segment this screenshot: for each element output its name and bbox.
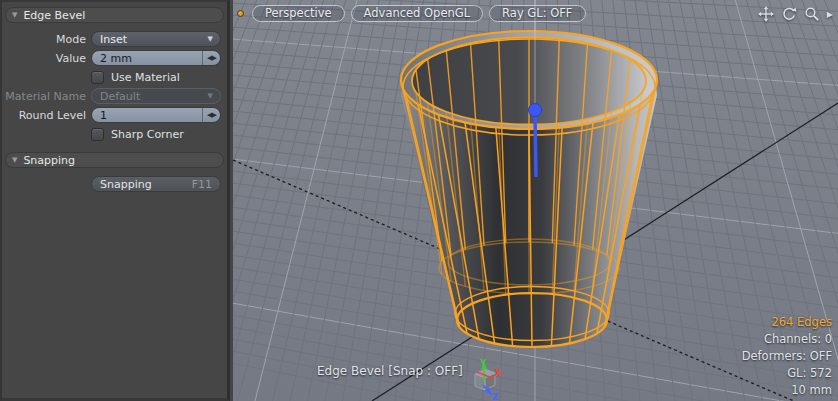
gizmo-z-label: Z — [492, 392, 499, 401]
sharp-corner-label: Sharp Corner — [111, 128, 184, 141]
collapse-arrow-icon[interactable]: ▼ — [12, 12, 17, 19]
gizmo-x-label: X — [494, 368, 501, 378]
zoom-icon[interactable] — [804, 6, 820, 22]
mode-label: Mode — [2, 33, 91, 46]
modo-window: ▼ Edge Bevel Mode Inset ▼ Value 2 mm ◀▶ … — [0, 0, 838, 401]
view-mode-button[interactable]: Perspective — [252, 5, 345, 22]
axis-gizmo: Y X Z — [475, 358, 501, 401]
material-name-row: Material Name Default ▼ — [2, 88, 227, 104]
rotate-icon[interactable] — [781, 6, 797, 22]
mode-row: Mode Inset ▼ — [2, 31, 227, 47]
viewport-stats: 264 Edges Channels: 0 Deformers: OFF GL:… — [742, 314, 832, 399]
mode-value: Inset — [100, 33, 127, 46]
viewport-nav-tools: ▶ — [758, 6, 833, 22]
snapping-button-label: Snapping — [100, 178, 152, 191]
use-material-label: Use Material — [111, 71, 180, 84]
section-title: Snapping — [23, 154, 75, 167]
value-label: Value — [2, 52, 91, 65]
round-level-row: Round Level 1 ◀▶ — [2, 107, 227, 123]
snapping-shortcut: F11 — [192, 178, 212, 191]
value-text: 2 mm — [92, 52, 132, 65]
material-name-value: Default — [100, 90, 140, 103]
snapping-row: Snapping F11 — [2, 176, 227, 192]
round-level-field[interactable]: 1 ◀▶ — [91, 107, 221, 123]
tool-properties-panel: ▼ Edge Bevel Mode Inset ▼ Value 2 mm ◀▶ … — [0, 0, 230, 401]
sharp-corner-row: Sharp Corner — [2, 126, 227, 142]
value-row: Value 2 mm ◀▶ — [2, 50, 227, 66]
shading-mode-button[interactable]: Advanced OpenGL — [351, 5, 484, 22]
snapping-button[interactable]: Snapping F11 — [91, 176, 221, 192]
3d-viewport[interactable]: Y X Z Perspective Advanced OpenGL Ray GL… — [233, 0, 838, 401]
material-name-dropdown: Default ▼ — [91, 88, 221, 104]
collapse-arrow-icon[interactable]: ▼ — [12, 157, 17, 164]
viewport-options-dot[interactable] — [237, 10, 244, 17]
ray-gl-button[interactable]: Ray GL: OFF — [489, 5, 585, 22]
round-level-text: 1 — [92, 109, 107, 122]
use-material-row: Use Material — [2, 69, 227, 85]
chevron-down-icon: ▼ — [208, 35, 213, 43]
section-header-edge-bevel[interactable]: ▼ Edge Bevel — [5, 7, 224, 23]
gizmo-y-label: Y — [479, 358, 487, 368]
stat-channels: Channels: 0 — [742, 331, 832, 348]
viewport-toolbar: Perspective Advanced OpenGL Ray GL: OFF — [237, 5, 586, 22]
mode-dropdown[interactable]: Inset ▼ — [91, 31, 221, 47]
round-level-label: Round Level — [2, 109, 91, 122]
chevron-down-icon: ▼ — [208, 92, 213, 100]
stat-deformers: Deformers: OFF — [742, 348, 832, 365]
section-header-snapping[interactable]: ▼ Snapping — [5, 152, 224, 168]
use-material-checkbox[interactable] — [91, 71, 104, 84]
mesh-cup[interactable] — [401, 0, 657, 347]
stat-edges: 264 Edges — [742, 314, 832, 331]
section-title: Edge Bevel — [23, 9, 85, 22]
sharp-corner-checkbox[interactable] — [91, 128, 104, 141]
value-field[interactable]: 2 mm ◀▶ — [91, 50, 221, 66]
material-name-label: Material Name — [2, 90, 91, 103]
pan-icon[interactable] — [758, 6, 774, 22]
stepper-icon[interactable]: ◀▶ — [202, 108, 220, 122]
stat-gl: GL: 572 — [742, 365, 832, 382]
stat-grid-scale: 10 mm — [742, 382, 832, 399]
stepper-icon[interactable]: ◀▶ — [202, 51, 220, 65]
flyout-arrow-icon[interactable]: ▶ — [827, 10, 833, 19]
active-tool-status: Edge Bevel [Snap : OFF] — [317, 364, 463, 378]
